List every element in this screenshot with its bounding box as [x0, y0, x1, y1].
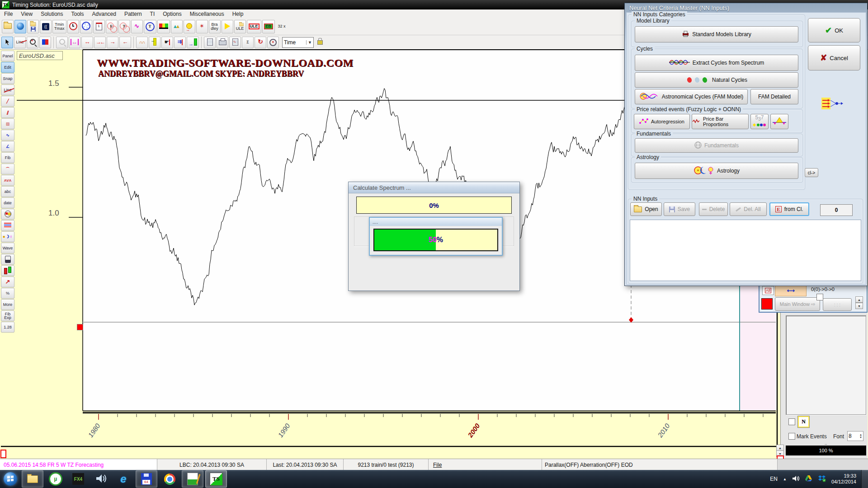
ratio-128-button[interactable]: 1.28 — [1, 322, 14, 333]
events-spin-up[interactable]: ▲ — [855, 296, 863, 303]
mark-events-checkbox[interactable] — [788, 433, 795, 440]
natural-cycles-button[interactable]: Natural Cycles — [635, 72, 798, 88]
more-tools-button[interactable]: More — [1, 299, 14, 310]
delete-input-button[interactable]: Delete — [699, 202, 728, 216]
astro-symbols-button[interactable]: ●☽♀ — [1, 231, 14, 242]
taskbar-timing-solution[interactable]: TS — [205, 470, 227, 488]
panel-dots: .. — [825, 441, 827, 446]
cycles-waves-icon — [669, 58, 690, 68]
span-range-box[interactable]: ⟷ — [775, 285, 807, 296]
x-axis-label-1980: 1980 — [86, 422, 101, 439]
tray-clock[interactable]: 19:3304/12/2014 — [831, 473, 856, 485]
astrology-button[interactable]: Astrology — [635, 163, 798, 179]
fibonacci-button[interactable]: Fib — [1, 152, 14, 163]
main-window-button[interactable]: Main Window ⇨ — [775, 297, 820, 311]
autoregression-button[interactable]: Autoregression — [634, 114, 690, 129]
dots-label: : : : — [834, 302, 840, 307]
wave-events-button[interactable] — [770, 114, 788, 129]
fundamentals-button[interactable]: Fundamentals — [635, 138, 798, 153]
events-spin-down[interactable]: ▼ — [855, 303, 863, 309]
fib-arcs-button[interactable]: ⌒ — [1, 164, 14, 174]
pitchfork-button[interactable]: ΛVΛ — [1, 175, 14, 186]
level-handle-marker[interactable] — [77, 324, 83, 330]
font-spin-arrows[interactable]: ▲▼ — [859, 433, 862, 439]
open-inputs-button[interactable]: Open — [630, 202, 662, 216]
cancel-button[interactable]: ✘ Cancel — [808, 45, 860, 70]
trend-line-button[interactable]: ╱ — [1, 96, 14, 107]
candles-button[interactable] — [1, 265, 14, 276]
panel-tool-button[interactable]: Panel — [1, 51, 14, 61]
edit-tool-button[interactable]: Edit — [1, 62, 14, 73]
event-color-swatch[interactable] — [761, 298, 773, 310]
timing-solution-icon: TS — [210, 473, 223, 486]
date-label-button[interactable]: date — [1, 197, 14, 208]
save-inputs-button[interactable]: Save — [664, 202, 695, 216]
cl-transfer-button[interactable]: cl-> — [805, 168, 818, 177]
line-draw-button[interactable]: Line — [1, 84, 14, 95]
tray-volume-icon[interactable] — [792, 475, 799, 483]
fib-expansion-button[interactable]: Fib Exp — [1, 310, 14, 321]
events-list-panel[interactable] — [786, 315, 866, 415]
fam-detailed-button[interactable]: FAM Detailed — [750, 89, 798, 104]
nn-module-icon[interactable]: N — [797, 416, 810, 428]
taskbar-chrome[interactable] — [159, 471, 180, 487]
panel-checkbox[interactable] — [788, 418, 795, 425]
wave-tool-button[interactable]: Wave — [1, 243, 14, 253]
spectrum-dialog-title[interactable]: Calculate Spectrum ... — [349, 182, 519, 193]
delete-all-button[interactable]: Del. All — [730, 202, 767, 216]
price-bar-proportions-button[interactable]: Price Bar Proportions — [692, 114, 749, 129]
fan-lines-button[interactable]: ∠ — [1, 141, 14, 152]
percent-tool-button[interactable]: % — [1, 288, 14, 299]
parallel-lines-button[interactable]: ∥ — [1, 107, 14, 118]
zigzag-lines-button[interactable]: ∿ — [1, 130, 14, 141]
cross-hatch-button[interactable]: ▨ — [1, 118, 14, 129]
from-clipboard-button[interactable]: E from Cl. — [769, 202, 809, 216]
taskbar-volume-mixer[interactable] — [90, 471, 111, 487]
events-mapping-text: 0(0)->0->0 — [811, 286, 835, 292]
astronomical-cycles-button[interactable]: Astronomical Cycles (FAM Model) — [635, 89, 748, 104]
speaker-icon — [95, 474, 106, 485]
tray-language[interactable]: EN — [770, 476, 778, 482]
ok-button[interactable]: ✔ OK — [808, 18, 860, 42]
taskbar-internet-explorer[interactable]: e — [113, 471, 134, 487]
taskbar-explorer[interactable] — [22, 470, 43, 488]
system-tray: EN ▲ 19:3304/12/2014 — [770, 470, 856, 488]
show-desktop-button[interactable] — [861, 470, 868, 488]
astronomical-cycles-label: Astronomical Cycles (FAM Model) — [662, 94, 744, 100]
dots-button[interactable]: : : : — [823, 298, 852, 311]
card-panel-button[interactable] — [1, 254, 14, 265]
nn-window-title[interactable]: Neural Net Criteria Master (NN Inputs) — [629, 5, 729, 11]
text-label-button[interactable]: abc — [1, 186, 14, 197]
status-file-menu[interactable]: File — [429, 459, 542, 470]
percent-tool-label: % — [6, 291, 9, 295]
taskbar-fx[interactable]: FX4 — [68, 471, 89, 487]
font-size-spinner[interactable]: 8 ▲▼ — [847, 431, 863, 441]
standard-models-library-button[interactable]: Standard Models Library — [635, 26, 798, 42]
chart-scroll-up-button[interactable]: ▲ — [776, 445, 784, 451]
number-proportions-button[interactable]: 537 — [750, 114, 769, 129]
minus-icon — [702, 209, 707, 210]
progress-percent-sign: % — [437, 236, 443, 244]
windows-flag-icon — [7, 475, 14, 483]
nn-inputs-list[interactable] — [630, 220, 861, 281]
start-button[interactable] — [4, 472, 17, 486]
cl-transfer-label: cl-> — [808, 170, 815, 175]
extract-cycles-button[interactable]: Extract Cycles from Spectrum — [635, 55, 798, 71]
main-window-checkbox[interactable] — [816, 294, 823, 300]
all-events-button[interactable]: All — [762, 286, 774, 295]
save-floppy-icon — [669, 206, 675, 212]
cross-hatch-icon: ▨ — [6, 122, 10, 126]
taskbar-utorrent[interactable]: µ — [45, 471, 66, 487]
tray-gdrive-icon[interactable] — [805, 475, 812, 483]
trend-arrow-button[interactable]: ↗ — [1, 277, 14, 287]
spectrum-inner-progress-label: 50% — [374, 230, 497, 250]
chart-tab[interactable]: EuroUSD.asc — [17, 51, 63, 60]
snap-tool-button[interactable]: Snap — [1, 73, 14, 84]
card-panel-icon — [5, 256, 11, 263]
taskbar-text-editor[interactable] — [182, 470, 203, 488]
planet-circle-button[interactable] — [1, 209, 14, 220]
tray-dropbox-icon[interactable] — [818, 475, 826, 483]
taskbar-downloader[interactable]: 64 — [136, 470, 157, 488]
h-lines-button[interactable] — [1, 220, 14, 231]
tray-expand-icon[interactable]: ▲ — [783, 477, 787, 481]
